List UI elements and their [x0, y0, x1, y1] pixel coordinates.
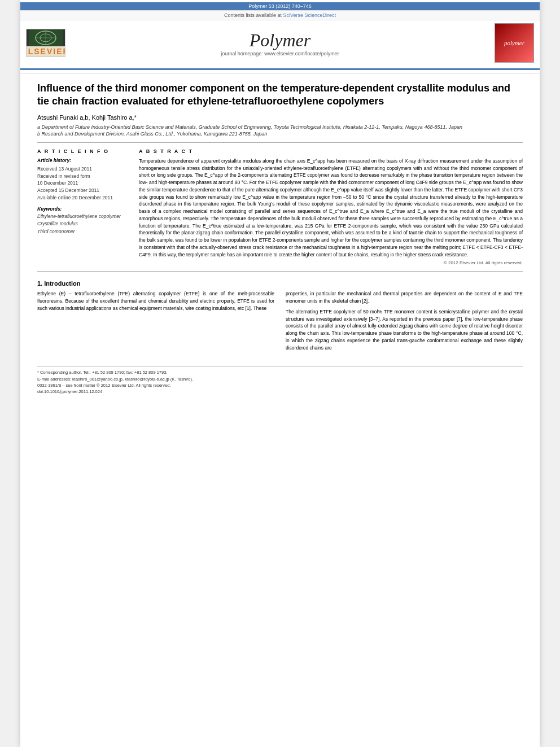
received-revised-label: Received in revised form [37, 173, 128, 180]
elsevier-text: ELSEVIER [26, 47, 65, 56]
sciverse-link[interactable]: SciVerse ScienceDirect [283, 12, 336, 18]
article-authors: Atsushi Funaki a,b, Kohji Tashiro a,* [37, 114, 523, 121]
footnote-area: * Corresponding author. Tel.: +81 52 809… [37, 366, 523, 395]
abstract-copyright: © 2012 Elsevier Ltd. All rights reserved… [139, 260, 523, 265]
elsevier-logo: ELSEVIER [26, 29, 65, 57]
journal-header: Polymer 53 (2012) 740–746 Contents lists… [20, 0, 540, 73]
footnote-corresponding: * Corresponding author. Tel.: +81 52 809… [37, 369, 523, 375]
keywords-label: Keywords: [37, 206, 128, 212]
abstract-text: Temperature dependence of apparent cryst… [139, 158, 523, 259]
journal-name-center: Polymer journal homepage: www.elsevier.c… [65, 30, 495, 56]
elsevier-logo-image: ELSEVIER [26, 29, 65, 57]
footnote-email: E-mail addresses: ktashiro_001@yahoo.co.… [37, 376, 523, 382]
available-online: Available online 20 December 2011 [37, 194, 128, 202]
accepted-date: Accepted 15 December 2011 [37, 187, 128, 194]
elsevier-logo-bottom: ELSEVIER [27, 46, 65, 56]
received-revised-date: 10 December 2011 [37, 180, 128, 187]
doi-text: doi:10.1016/j.polymer.2011.12.024 [37, 389, 102, 394]
keyword-1: Ethylene-tetrafluoroethylene copolymer [37, 213, 128, 221]
intro-col-left: Ethylene (E) – tetrafluoroethylene (TFE)… [37, 290, 274, 355]
journal-homepage: journal homepage: www.elsevier.com/locat… [65, 51, 495, 56]
journal-title: Polymer [65, 30, 495, 51]
footnote-copyright: 0032-3861/$ – see front matter © 2012 El… [37, 382, 523, 388]
sciverse-bar: Contents lists available at SciVerse Sci… [20, 10, 540, 20]
keyword-3: Third comonomer [37, 228, 128, 236]
polymer-logo-text: polymer [504, 40, 524, 46]
section-divider-2 [37, 271, 523, 272]
section-divider-1 [37, 142, 523, 143]
elsevier-logo-top [27, 29, 65, 46]
section-title: Introduction [44, 280, 80, 287]
article-info-heading: A R T I C L E I N F O [37, 148, 128, 154]
footnote-doi[interactable]: doi:10.1016/j.polymer.2011.12.024 [37, 388, 523, 395]
introduction-title: 1. Introduction [37, 280, 523, 287]
keyword-2: Crystallite modulus [37, 220, 128, 228]
received-date: Received 13 August 2011 [37, 165, 128, 173]
introduction-section: 1. Introduction Ethylene (E) – tetrafluo… [37, 280, 523, 355]
history-label: Article history: [37, 158, 128, 163]
authors-text: Atsushi Funaki a,b, Kohji Tashiro a,* [37, 114, 137, 121]
introduction-body: Ethylene (E) – tetrafluoroethylene (TFE)… [37, 290, 523, 355]
affiliation-b: b Research and Development Division, Asa… [37, 131, 523, 137]
sciverse-text: Contents lists available at [224, 12, 283, 18]
article-info-column: A R T I C L E I N F O Article history: R… [37, 148, 128, 266]
article-title: Influence of the third monomer component… [37, 82, 523, 108]
abstract-column: A B S T R A C T Temperature dependence o… [139, 148, 523, 266]
journal-citation: Polymer 53 (2012) 740–746 [248, 3, 312, 9]
section-num: 1. [37, 280, 42, 287]
abstract-paragraph: Temperature dependence of apparent cryst… [139, 158, 523, 259]
polymer-logo: polymer [495, 23, 534, 63]
header-divider [20, 68, 540, 70]
intro-col-right: properties, in particular the mechanical… [286, 290, 523, 355]
journal-branding: ELSEVIER Polymer journal homepage: www.e… [20, 20, 540, 65]
journal-top-bar: Polymer 53 (2012) 740–746 [20, 2, 540, 10]
article-info-abstract: A R T I C L E I N F O Article history: R… [37, 148, 523, 266]
abstract-heading: A B S T R A C T [139, 148, 523, 154]
intro-para-1: Ethylene (E) – tetrafluoroethylene (TFE)… [37, 290, 274, 312]
article-content: Influence of the third monomer component… [20, 73, 540, 403]
intro-para-3: The alternating ETFE copolymer of 50 mol… [286, 308, 523, 352]
intro-para-2: properties, in particular the mechanical… [286, 290, 523, 305]
affiliation-a: a Department of Future Industry-Oriented… [37, 124, 523, 130]
